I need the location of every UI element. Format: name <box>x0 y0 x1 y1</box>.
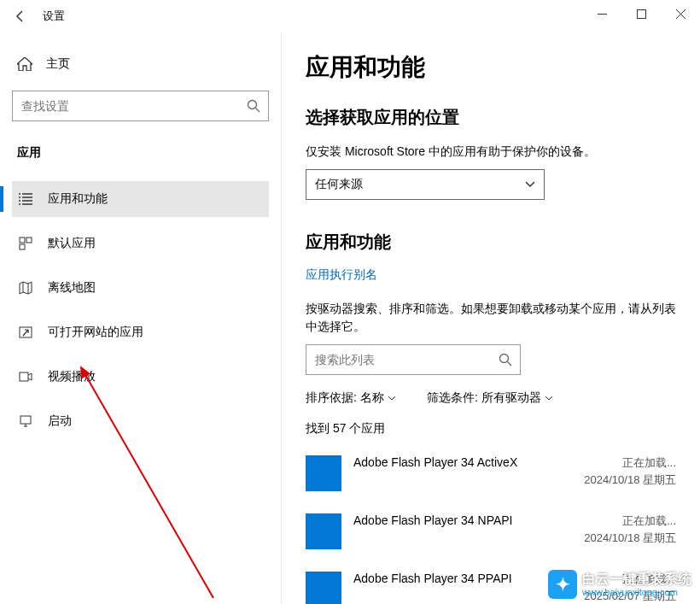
sidebar-section-label: 应用 <box>12 138 269 167</box>
sort-dropdown[interactable]: 排序依据: 名称 <box>306 390 396 406</box>
sidebar-item-label: 启动 <box>48 413 72 429</box>
app-list-search-box[interactable] <box>306 344 521 375</box>
app-name: Adobe Flash Player 34 NPAPI <box>353 513 584 527</box>
back-button[interactable] <box>7 3 34 30</box>
sidebar-item-label: 离线地图 <box>48 280 96 296</box>
chevron-down-icon <box>388 396 396 401</box>
app-row[interactable]: Adobe Flash Player 34 NPAPI 正在加载... 2024… <box>306 507 676 556</box>
filter-help: 按驱动器搜索、排序和筛选。如果想要卸载或移动某个应用，请从列表中选择它。 <box>306 300 676 336</box>
apps-features-title: 应用和功能 <box>306 231 676 254</box>
sidebar-item-video-playback[interactable]: 视频播放 <box>12 359 269 395</box>
app-row[interactable]: Adobe Flash Player 34 ActiveX 正在加载... 20… <box>306 449 676 498</box>
home-button[interactable]: 主页 <box>12 50 269 79</box>
app-icon <box>306 513 341 549</box>
filter-label: 筛选条件: <box>427 390 478 406</box>
window-controls <box>582 0 700 27</box>
app-date: 2024/10/18 星期五 <box>584 531 676 546</box>
app-name: Adobe Flash Player 34 ActiveX <box>353 455 584 469</box>
svg-rect-6 <box>20 372 28 381</box>
minimize-icon <box>598 9 607 19</box>
defaults-icon <box>17 237 34 250</box>
sort-value: 名称 <box>360 390 384 406</box>
app-icon <box>306 455 341 491</box>
sidebar-item-startup[interactable]: 启动 <box>12 403 269 439</box>
svg-rect-2 <box>20 237 25 243</box>
install-source-dropdown[interactable]: 任何来源 <box>306 169 545 200</box>
svg-rect-3 <box>26 237 32 243</box>
chevron-down-icon <box>525 181 535 188</box>
svg-rect-0 <box>637 9 645 18</box>
app-count: 找到 57 个应用 <box>306 421 676 437</box>
home-icon <box>17 57 34 71</box>
watermark-title: 白云一键重装系统 <box>582 571 691 587</box>
page-title: 应用和功能 <box>306 51 676 84</box>
settings-search-box[interactable] <box>12 91 269 121</box>
close-icon <box>676 9 685 19</box>
app-list-search-input[interactable] <box>306 344 521 375</box>
filter-dropdown[interactable]: 筛选条件: 所有驱动器 <box>427 390 553 406</box>
sidebar-item-label: 应用和功能 <box>48 191 108 207</box>
install-source-help: 仅安装 Microsoft Store 中的应用有助于保护你的设备。 <box>306 143 676 161</box>
window-title: 设置 <box>43 9 65 24</box>
app-aliases-link[interactable]: 应用执行别名 <box>306 267 676 283</box>
app-size: 正在加载... <box>584 455 676 471</box>
sidebar: 主页 应用 应用和功能 默认应用 <box>0 32 282 604</box>
chevron-down-icon <box>545 396 553 401</box>
close-button[interactable] <box>661 0 700 27</box>
titlebar: 设置 <box>0 0 700 32</box>
list-icon <box>17 192 34 206</box>
app-icon <box>306 572 341 604</box>
sidebar-item-label: 默认应用 <box>48 236 96 251</box>
svg-rect-7 <box>20 416 31 424</box>
minimize-button[interactable] <box>582 0 621 27</box>
settings-search-input[interactable] <box>12 91 269 121</box>
search-icon <box>499 353 512 367</box>
sort-label: 排序依据: <box>306 390 357 406</box>
sort-filter-row: 排序依据: 名称 筛选条件: 所有驱动器 <box>306 390 676 406</box>
sidebar-item-label: 可打开网站的应用 <box>48 325 143 340</box>
startup-icon <box>17 414 34 428</box>
app-size: 正在加载... <box>584 513 676 529</box>
home-label: 主页 <box>46 56 70 72</box>
watermark: ✦ 白云一键重装系统 www.baiyunxitong.com <box>548 570 691 599</box>
sidebar-item-default-apps[interactable]: 默认应用 <box>12 226 269 261</box>
video-icon <box>17 370 34 384</box>
install-source-title: 选择获取应用的位置 <box>306 106 676 129</box>
svg-point-1 <box>248 101 257 109</box>
svg-point-8 <box>500 355 509 363</box>
dropdown-value: 任何来源 <box>315 177 363 192</box>
maximize-icon <box>637 9 646 19</box>
watermark-icon: ✦ <box>548 570 577 599</box>
main-content: 应用和功能 选择获取应用的位置 仅安装 Microsoft Store 中的应用… <box>282 32 700 604</box>
sidebar-item-offline-maps[interactable]: 离线地图 <box>12 270 269 306</box>
sidebar-item-website-apps[interactable]: 可打开网站的应用 <box>12 314 269 350</box>
website-icon <box>17 325 34 339</box>
filter-value: 所有驱动器 <box>481 390 541 406</box>
arrow-left-icon <box>14 9 27 23</box>
sidebar-item-apps-features[interactable]: 应用和功能 <box>12 181 269 217</box>
app-date: 2024/10/18 星期五 <box>584 472 676 488</box>
search-icon <box>247 99 260 113</box>
sidebar-item-label: 视频播放 <box>48 369 96 384</box>
maximize-button[interactable] <box>621 0 661 27</box>
watermark-url: www.baiyunxitong.com <box>582 587 691 598</box>
map-icon <box>17 281 34 295</box>
svg-rect-4 <box>20 244 25 249</box>
